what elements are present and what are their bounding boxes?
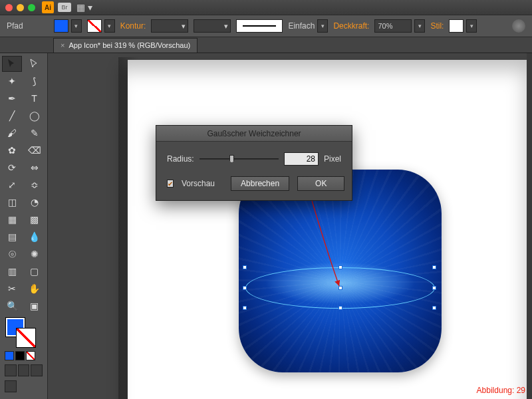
document-tab-title: App Icon* bei 319 % (RGB/Vorschau)	[68, 41, 190, 49]
eraser-tool-icon[interactable]: ⌫	[25, 142, 45, 158]
selection-handle[interactable]	[338, 265, 342, 269]
stroke-color-icon[interactable]	[17, 329, 35, 347]
blob-brush-tool-icon[interactable]: ✿	[2, 142, 22, 158]
reflect-tool-icon[interactable]: ⇔	[25, 160, 45, 176]
selection-handle[interactable]	[432, 265, 436, 269]
width-tool-icon[interactable]: ≎	[25, 177, 45, 193]
paintbrush-tool-icon[interactable]: 🖌	[2, 125, 22, 141]
selection-handle[interactable]	[338, 306, 342, 310]
close-window-icon[interactable]	[5, 4, 13, 11]
radius-input[interactable]	[284, 152, 319, 166]
dialog-title[interactable]: Gaußscher Weichzeichner	[156, 126, 352, 142]
line-tool-icon[interactable]: ╱	[2, 108, 22, 124]
slice-tool-icon[interactable]: ✂	[2, 281, 22, 297]
gradient-mode-icon[interactable]	[15, 351, 25, 360]
mesh-tool-icon[interactable]: ▩	[25, 211, 45, 227]
arrange-documents-icon[interactable]: ▦ ▾	[76, 2, 92, 13]
perspective-grid-tool-icon[interactable]: ▦	[2, 211, 22, 227]
opacity-dropdown-icon[interactable]: ▾	[414, 19, 425, 33]
tools-panel: ✦ ⟆ ✒ T ╱ ◯ 🖌 ✎ ✿ ⌫ ⟳ ⇔ ⤢ ≎ ◫ ◔ ▦ ▩ ▤ 💧 …	[0, 53, 48, 399]
radius-slider[interactable]	[200, 153, 279, 165]
document-tab[interactable]: × App Icon* bei 319 % (RGB/Vorschau)	[53, 38, 198, 53]
opacity-input[interactable]: 70%	[374, 19, 412, 33]
style-dropdown-icon[interactable]: ▾	[466, 19, 477, 33]
direct-selection-tool-icon[interactable]	[25, 56, 45, 72]
symbol-sprayer-tool-icon[interactable]: ✺	[25, 246, 45, 262]
right-dock[interactable]	[527, 53, 532, 399]
none-mode-icon[interactable]	[26, 351, 35, 360]
artboard-tool-icon[interactable]: ▢	[25, 263, 45, 279]
fill-stroke-control[interactable]	[2, 318, 45, 348]
cancel-button[interactable]: Abbrechen	[231, 176, 289, 191]
var-width-profile[interactable]: ▾	[194, 19, 231, 33]
selection-handle[interactable]	[243, 265, 247, 269]
opacity-label: Deckkraft:	[333, 21, 369, 31]
gaussian-blur-dialog: Gaußscher Weichzeichner Radius: Pixel ✔ …	[156, 125, 352, 201]
magic-wand-tool-icon[interactable]: ✦	[2, 73, 22, 89]
radius-unit-label: Pixel	[324, 154, 341, 164]
bridge-badge-icon[interactable]: Br	[58, 3, 71, 12]
preview-label: Vorschau	[182, 179, 215, 188]
stroke-dropdown-icon[interactable]: ▾	[104, 19, 115, 33]
eyedropper-tool-icon[interactable]: 💧	[25, 229, 45, 245]
fill-dropdown-icon[interactable]: ▾	[71, 19, 82, 33]
selection-handle[interactable]	[338, 286, 342, 290]
scale-tool-icon[interactable]: ⤢	[2, 177, 22, 193]
draw-normal-icon[interactable]	[5, 364, 17, 376]
slider-thumb-icon[interactable]	[229, 155, 234, 163]
lasso-tool-icon[interactable]: ⟆	[25, 73, 45, 89]
style-label: Stil:	[430, 21, 444, 31]
graphic-style-swatch[interactable]	[449, 19, 464, 33]
pen-tool-icon[interactable]: ✒	[2, 90, 22, 106]
selection-handle[interactable]	[432, 286, 436, 290]
free-transform-tool-icon[interactable]: ◫	[2, 194, 22, 210]
draw-inside-icon[interactable]	[31, 364, 43, 376]
print-tiling-tool-icon[interactable]: ▣	[25, 298, 45, 314]
rotate-tool-icon[interactable]: ⟳	[2, 160, 22, 176]
hand-tool-icon[interactable]: ✋	[25, 281, 45, 297]
traffic-lights	[5, 4, 35, 11]
stroke-weight-input[interactable]: ▾	[151, 19, 188, 33]
selection-handle[interactable]	[432, 306, 436, 310]
zoom-tool-icon[interactable]: 🔍	[2, 298, 22, 314]
brush-style-label: Einfach	[288, 21, 315, 31]
selection-handle[interactable]	[243, 306, 247, 310]
minimize-window-icon[interactable]	[17, 4, 24, 11]
canvas-area[interactable]: Gaußscher Weichzeichner Radius: Pixel ✔ …	[48, 53, 532, 399]
shape-builder-tool-icon[interactable]: ◔	[25, 194, 45, 210]
ellipse-tool-icon[interactable]: ◯	[25, 108, 45, 124]
gradient-tool-icon[interactable]: ▤	[2, 229, 22, 245]
brush-definition[interactable]	[236, 19, 283, 33]
type-tool-icon[interactable]: T	[25, 90, 45, 106]
blend-tool-icon[interactable]: ⦾	[2, 246, 22, 262]
zoom-window-icon[interactable]	[28, 4, 35, 11]
ok-button[interactable]: OK	[297, 176, 344, 191]
brush-dropdown-icon[interactable]: ▾	[317, 19, 328, 33]
preview-checkbox[interactable]: ✔	[167, 180, 174, 188]
pencil-tool-icon[interactable]: ✎	[25, 125, 45, 141]
stroke-label: Kontur:	[120, 21, 146, 31]
selection-type-label: Pfad	[7, 21, 23, 31]
document-setup-icon[interactable]	[512, 19, 525, 33]
figure-caption: Abbildung: 29	[477, 386, 525, 395]
window-titlebar: Ai Br ▦ ▾	[0, 0, 532, 15]
screen-mode-icon[interactable]	[5, 380, 17, 392]
fill-swatch[interactable]	[54, 19, 68, 33]
radius-label: Radius:	[167, 154, 194, 164]
document-tabstrip: × App Icon* bei 319 % (RGB/Vorschau)	[0, 37, 532, 53]
stroke-swatch[interactable]	[87, 19, 102, 33]
color-mode-icon[interactable]	[5, 351, 14, 360]
column-graph-tool-icon[interactable]: ▥	[2, 263, 22, 279]
selection-handle[interactable]	[243, 286, 247, 290]
app-badge-ai-icon: Ai	[42, 1, 54, 13]
selection-tool-icon[interactable]	[2, 56, 22, 72]
draw-behind-icon[interactable]	[18, 364, 30, 376]
close-tab-icon[interactable]: ×	[61, 41, 65, 49]
control-bar: Pfad ▾ ▾ Kontur: ▾ ▾ Einfach▾ Deckkraft:…	[0, 15, 532, 37]
